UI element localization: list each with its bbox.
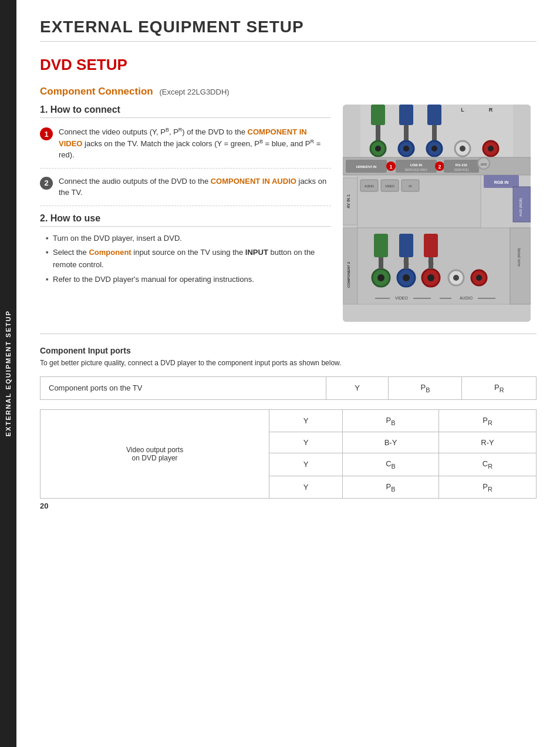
sub-row3-pb: CB: [343, 453, 439, 476]
svg-point-60: [377, 274, 384, 281]
svg-rect-72: [374, 234, 388, 257]
component-input-section: Component Input ports To get better pict…: [40, 346, 537, 499]
bullet2-input: INPUT: [245, 248, 268, 257]
bullet-item-1: Turn on the DVD player, insert a DVD.: [46, 233, 331, 245]
svg-text:AUD (RGB): AUD (RGB): [517, 248, 521, 266]
ports-table-row: Component ports on the TV Y PB PR: [41, 377, 537, 400]
table-pr-header: PR: [462, 377, 537, 400]
svg-text:IO: IO: [409, 184, 411, 188]
sub-row3-pr-sub: R: [488, 463, 492, 470]
sub-table-row-1: Video output portson DVD player Y PB PR: [41, 409, 537, 432]
svg-point-63: [403, 274, 410, 281]
svg-point-20: [460, 146, 465, 152]
sub-table: Video output portson DVD player Y PB PR …: [40, 409, 537, 499]
svg-text:AUDIO: AUDIO: [365, 184, 374, 188]
table-label-cell: Component ports on the TV: [41, 377, 326, 400]
svg-text:COMPONENT 2: COMPONENT 2: [347, 261, 350, 288]
sidebar: EXTERNAL EQUIPMENT SETUP: [0, 0, 16, 747]
page-title: EXTERNAL EQUIPMENT SETUP: [40, 18, 537, 42]
svg-text:VIDEO: VIDEO: [385, 184, 394, 188]
subsection-title: Component Connection (Except 22LG3DDH): [40, 86, 537, 97]
sub-row1-pr: PR: [438, 409, 536, 432]
bullet-item-3: Refer to the DVD player's manual for ope…: [46, 274, 331, 286]
svg-text:UPD: UPD: [481, 163, 487, 166]
svg-rect-74: [399, 234, 413, 257]
svg-point-14: [403, 146, 409, 152]
bullet-item-2: Select the Component input source on the…: [46, 247, 331, 271]
table-header-y: Y: [355, 383, 360, 392]
step2-item: 2 Connect the audio outputs of the DVD t…: [40, 176, 331, 206]
section-title: DVD SETUP: [40, 56, 537, 74]
table-header-label: Component ports on the TV: [49, 383, 142, 392]
sub-row4-y: Y: [269, 476, 343, 499]
step2-bold-text: COMPONENT IN AUDIO: [211, 177, 296, 186]
sub-row2-pr: R-Y: [438, 432, 536, 453]
svg-text:AUDIO: AUDIO: [460, 296, 473, 300]
component-input-subtitle: To get better picture quality, connect a…: [40, 359, 537, 367]
sub-row1-pb-sub: B: [391, 419, 395, 426]
svg-text:USB IN: USB IN: [410, 163, 422, 167]
bullet2-bold: Component: [89, 248, 131, 257]
step2-text: Connect the audio outputs of the DVD to …: [59, 176, 331, 198]
table-pb-sub: B: [426, 386, 430, 393]
diagram-col: Y PB PB L R: [343, 105, 537, 322]
sub-row1-y: Y: [269, 409, 343, 432]
sub-row4-pr-sub: R: [488, 485, 492, 492]
svg-point-66: [427, 274, 434, 281]
how-to-section: 1. How to connect 1 Connect the video ou…: [40, 105, 537, 322]
step2-title: 2. How to use: [40, 213, 331, 227]
bullet-list: Turn on the DVD player, insert a DVD. Se…: [40, 233, 331, 286]
sub-row3-pb-sub: B: [392, 463, 396, 470]
step1-num: 1: [40, 127, 53, 140]
table-y-header: Y: [326, 377, 389, 400]
step1-text: Connect the video outputs (Y, PB, PR) of…: [59, 126, 331, 161]
tv-diagram-svg: Y PB PB L R: [343, 105, 531, 322]
svg-text:HDMI/DVI IN: HDMI/DVI IN: [356, 165, 377, 169]
svg-text:1: 1: [389, 164, 392, 170]
component-input-title: Component Input ports: [40, 346, 537, 355]
svg-rect-76: [424, 234, 438, 257]
svg-text:RS-232: RS-232: [456, 163, 468, 167]
svg-rect-73: [379, 257, 383, 269]
bullet1-text: Turn on the DVD player, insert a DVD.: [53, 234, 182, 243]
step2-num: 2: [40, 177, 53, 190]
subsection-title-text: Component Connection: [40, 86, 153, 97]
sub-row2-pb: B-Y: [343, 432, 439, 453]
svg-point-18: [431, 146, 437, 152]
divider: [40, 334, 537, 334]
svg-text:(SERVICE): (SERVICE): [454, 168, 469, 171]
svg-text:VIDEO: VIDEO: [395, 296, 408, 300]
sub-row4-pb: PB: [343, 476, 439, 499]
svg-rect-77: [429, 257, 433, 269]
subsection-except: (Except 22LG3DDH): [159, 88, 229, 96]
instructions-col: 1. How to connect 1 Connect the video ou…: [40, 105, 331, 322]
svg-text:L: L: [461, 107, 464, 113]
sub-table-label: Video output portson DVD player: [41, 409, 269, 499]
svg-point-10: [375, 146, 381, 152]
ports-table-top: Component ports on the TV Y PB PR: [40, 376, 537, 400]
sub-row2-y: Y: [269, 432, 343, 453]
sub-row4-pr: PR: [438, 476, 536, 499]
sub-row1-pr-sub: R: [488, 419, 492, 426]
svg-rect-7: [371, 105, 385, 125]
main-content: EXTERNAL EQUIPMENT SETUP DVD SETUP Compo…: [16, 0, 560, 522]
sub-row4-pb-sub: B: [391, 485, 395, 492]
svg-rect-75: [404, 257, 409, 269]
svg-point-22: [488, 146, 494, 152]
svg-text:2: 2: [438, 164, 441, 170]
svg-text:R: R: [489, 107, 493, 113]
bullet3-text: Refer to the DVD player's manual for ope…: [53, 275, 254, 284]
table-pr-sub: R: [500, 386, 504, 393]
step1-item: 1 Connect the video outputs (Y, PB, PR) …: [40, 126, 331, 169]
svg-text:AUD (RGB): AUD (RGB): [519, 198, 522, 216]
svg-rect-11: [399, 105, 413, 125]
svg-text:SERVUCE ONLY: SERVUCE ONLY: [405, 168, 428, 171]
sub-row3-y: Y: [269, 453, 343, 476]
svg-point-71: [476, 275, 482, 281]
page-number: 20: [40, 502, 48, 510]
sub-row3-pr: CR: [438, 453, 536, 476]
tv-diagram: Y PB PB L R: [343, 105, 531, 322]
table-pb-header: PB: [389, 377, 462, 400]
svg-text:AV IN 1: AV IN 1: [346, 194, 350, 208]
sub-row1-pb: PB: [343, 409, 439, 432]
